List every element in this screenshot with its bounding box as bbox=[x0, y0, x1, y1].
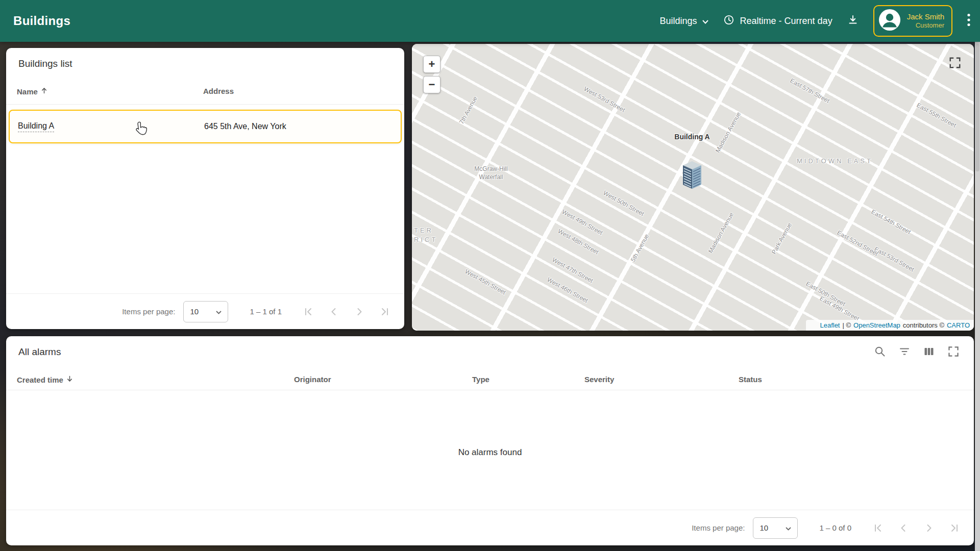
column-header-address[interactable]: Address bbox=[203, 87, 234, 95]
user-name: Jack Smith bbox=[907, 12, 944, 22]
ukraine-flag-icon bbox=[810, 323, 817, 328]
alarms-title: All alarms bbox=[18, 346, 61, 358]
column-header-name[interactable]: Name bbox=[17, 87, 48, 96]
buildings-list-widget: Buildings list Name Address Building A 6… bbox=[6, 48, 404, 329]
header-right: Buildings Realtime - Current day bbox=[660, 5, 971, 37]
paginator-nav bbox=[299, 303, 394, 321]
page-title: Buildings bbox=[13, 14, 70, 28]
column-header-severity[interactable]: Severity bbox=[584, 375, 614, 384]
app-header: Buildings Buildings Realtime - Current d… bbox=[0, 0, 980, 42]
more-menu-button[interactable] bbox=[967, 13, 971, 29]
building-marker-icon[interactable] bbox=[681, 160, 703, 192]
page-size-select[interactable]: 10 bbox=[753, 517, 798, 539]
timewindow-label: Realtime - Current day bbox=[740, 16, 832, 27]
page-size-value: 10 bbox=[760, 523, 768, 532]
column-header-created-time[interactable]: Created time bbox=[17, 375, 74, 384]
status-label: Status bbox=[739, 375, 762, 384]
map-marker-label: Building A bbox=[674, 133, 709, 141]
page-size-value: 10 bbox=[190, 307, 199, 316]
paginator-nav bbox=[869, 519, 964, 537]
buildings-table-header: Name Address bbox=[6, 81, 404, 105]
download-icon bbox=[847, 14, 859, 28]
alarms-actions bbox=[874, 345, 960, 358]
map-widget[interactable]: West 53rd Street East 57th Street East 5… bbox=[412, 44, 974, 331]
columns-icon[interactable] bbox=[923, 345, 935, 358]
next-page-button[interactable] bbox=[350, 303, 369, 321]
column-header-originator[interactable]: Originator bbox=[294, 375, 331, 384]
page-range-label: 1 – 1 of 1 bbox=[250, 307, 282, 316]
next-page-button[interactable] bbox=[920, 519, 938, 537]
avatar bbox=[878, 9, 901, 33]
osm-link[interactable]: OpenStreetMap bbox=[853, 321, 900, 329]
buildings-paginator: Items per page: 10 1 – 1 of 1 bbox=[6, 293, 404, 329]
filter-icon[interactable] bbox=[898, 345, 911, 358]
sort-desc-icon bbox=[66, 375, 74, 384]
building-address-cell: 645 5th Ave, New York bbox=[204, 122, 286, 131]
map-fullscreen-icon[interactable] bbox=[948, 56, 962, 71]
last-page-button[interactable] bbox=[376, 303, 394, 321]
zoom-in-button[interactable]: + bbox=[423, 56, 440, 73]
no-alarms-message: No alarms found bbox=[6, 447, 974, 458]
attribution-separator: | © bbox=[842, 321, 851, 329]
timewindow-button[interactable]: Realtime - Current day bbox=[723, 14, 832, 29]
attribution-contributors: contributors © bbox=[903, 321, 944, 329]
column-header-type[interactable]: Type bbox=[472, 375, 489, 384]
originator-label: Originator bbox=[294, 375, 331, 384]
dashboard-state-selector[interactable]: Buildings bbox=[660, 16, 708, 27]
map-attribution: Leaflet | © OpenStreetMap contributors ©… bbox=[806, 320, 974, 331]
sort-asc-icon bbox=[40, 87, 48, 96]
clock-icon bbox=[723, 14, 735, 29]
column-address-label: Address bbox=[203, 87, 234, 95]
page-scrollbar[interactable] bbox=[975, 42, 980, 551]
alarms-table-header: Created time Originator Type Severity St… bbox=[6, 370, 974, 390]
export-button[interactable] bbox=[847, 14, 859, 28]
user-text: Jack Smith Customer bbox=[907, 12, 944, 30]
created-time-label: Created time bbox=[17, 375, 63, 384]
first-page-button[interactable] bbox=[869, 519, 887, 537]
column-header-status[interactable]: Status bbox=[739, 375, 762, 384]
carto-link[interactable]: CARTO bbox=[947, 321, 970, 329]
prev-page-button[interactable] bbox=[894, 519, 913, 537]
first-page-button[interactable] bbox=[299, 303, 317, 321]
alarms-fullscreen-icon[interactable] bbox=[947, 345, 960, 358]
select-caret-icon bbox=[786, 523, 791, 532]
items-per-page-label: Items per page: bbox=[692, 523, 745, 532]
select-caret-icon bbox=[216, 307, 222, 316]
user-role: Customer bbox=[916, 21, 944, 30]
page-size-select[interactable]: 10 bbox=[183, 301, 228, 322]
prev-page-button[interactable] bbox=[325, 303, 343, 321]
alarms-widget: All alarms bbox=[6, 336, 974, 545]
column-name-label: Name bbox=[17, 87, 38, 96]
alarms-paginator: Items per page: 10 1 – 0 of 0 bbox=[6, 510, 974, 545]
building-name-cell[interactable]: Building A bbox=[18, 121, 54, 132]
user-menu-button[interactable]: Jack Smith Customer bbox=[873, 5, 952, 37]
last-page-button[interactable] bbox=[945, 519, 964, 537]
kebab-menu-icon bbox=[967, 13, 971, 29]
search-icon[interactable] bbox=[874, 345, 886, 358]
state-selector-label: Buildings bbox=[660, 16, 697, 27]
items-per-page-label: Items per page: bbox=[122, 307, 175, 316]
buildings-list-title: Buildings list bbox=[18, 58, 72, 69]
type-label: Type bbox=[472, 375, 489, 384]
scrollbar-thumb[interactable] bbox=[975, 44, 979, 171]
severity-label: Severity bbox=[584, 375, 614, 384]
page-range-label: 1 – 0 of 0 bbox=[819, 523, 851, 532]
chevron-down-icon bbox=[702, 16, 708, 27]
leaflet-link[interactable]: Leaflet bbox=[820, 321, 840, 329]
zoom-out-button[interactable]: − bbox=[423, 76, 440, 93]
table-row-building-a[interactable]: Building A 645 5th Ave, New York bbox=[9, 110, 402, 143]
